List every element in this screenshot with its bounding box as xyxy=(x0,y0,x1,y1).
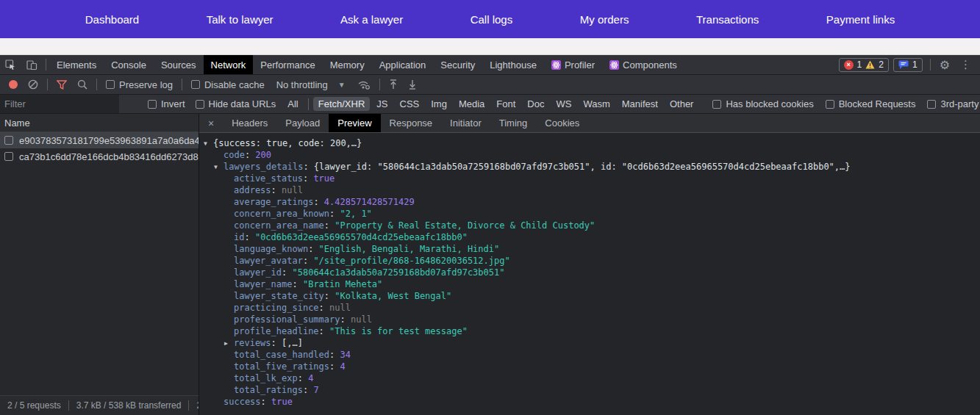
filter-type-fetch-xhr[interactable]: Fetch/XHR xyxy=(313,97,371,111)
throttling-dropdown[interactable]: No throttling ▼ xyxy=(271,79,351,90)
checkbox[interactable] xyxy=(148,100,157,109)
checkbox[interactable] xyxy=(191,80,200,89)
close-icon[interactable]: × xyxy=(199,114,223,132)
detail-tab-cookies[interactable]: Cookies xyxy=(536,114,588,132)
filter-type-img[interactable]: Img xyxy=(426,97,452,111)
request-row[interactable]: ca73b1c6dd78e166dcb4b83416dd6273d8c… xyxy=(0,148,198,165)
nav-item-ask-a-lawyer[interactable]: Ask a lawyer xyxy=(340,13,403,26)
checkbox[interactable] xyxy=(927,100,936,109)
filter-type-wasm[interactable]: Wasm xyxy=(578,97,615,111)
filter-type-manifest[interactable]: Manifest xyxy=(617,97,663,111)
checkbox[interactable] xyxy=(196,100,204,109)
search-icon[interactable] xyxy=(73,79,92,90)
nav-item-my-orders[interactable]: My orders xyxy=(580,13,629,26)
filter-type-media[interactable]: Media xyxy=(454,97,490,111)
tab-profiler[interactable]: Profiler xyxy=(544,55,602,74)
collapse-arrow-icon[interactable]: ▼ xyxy=(204,138,213,150)
json-key: lawyer_avatar xyxy=(234,256,303,266)
checkbox[interactable] xyxy=(712,100,721,109)
filter-type-css[interactable]: CSS xyxy=(395,97,425,111)
preview-line: lawyer_name: "Bratin Meheta" xyxy=(199,278,980,290)
disable-cache-checkbox[interactable]: Disable cache xyxy=(187,79,269,90)
filter-toggle-3rd-party-requests[interactable]: 3rd-party requests xyxy=(923,98,980,109)
tab-console[interactable]: Console xyxy=(104,55,154,74)
request-row[interactable]: e903783573181799e53963891a7a0a6da44… xyxy=(0,132,198,148)
more-options-icon[interactable]: ⋮ xyxy=(956,58,976,71)
request-name: e903783573181799e53963891a7a0a6da44… xyxy=(19,135,198,146)
nav-item-payment-links[interactable]: Payment links xyxy=(826,13,895,26)
filter-toggle-has-blocked-cookies[interactable]: Has blocked cookies xyxy=(709,98,817,109)
device-toolbar-icon[interactable] xyxy=(21,55,43,74)
settings-gear-icon[interactable]: ⚙ xyxy=(934,58,956,72)
detail-tab-initiator[interactable]: Initiator xyxy=(441,114,490,132)
issues-badge[interactable]: 1 xyxy=(893,58,923,72)
tab-lighthouse[interactable]: Lighthouse xyxy=(482,55,544,74)
tab-label: Performance xyxy=(260,59,315,71)
tab-components[interactable]: Components xyxy=(602,55,684,74)
error-icon: × xyxy=(844,60,854,70)
inspect-element-icon[interactable] xyxy=(0,55,21,74)
json-str: "580644c1a3dab50a7259168bd07afd97c3b051" xyxy=(292,267,504,278)
filter-type-doc[interactable]: Doc xyxy=(522,97,549,111)
clear-network-log-icon[interactable] xyxy=(24,79,43,90)
tab-memory[interactable]: Memory xyxy=(323,55,372,74)
checkbox[interactable] xyxy=(826,100,834,109)
request-checkbox[interactable] xyxy=(4,136,13,145)
collapse-arrow-icon[interactable]: ▼ xyxy=(214,162,223,173)
tab-application[interactable]: Application xyxy=(372,55,434,74)
invert-checkbox[interactable]: Invert xyxy=(144,98,189,109)
warning-count: 2 xyxy=(879,59,884,70)
divider xyxy=(308,98,309,110)
detail-tab-headers[interactable]: Headers xyxy=(223,114,276,132)
detail-tab-payload[interactable]: Payload xyxy=(276,114,329,132)
json-key: total_lk_exp xyxy=(234,373,298,383)
preview-line: lawyer_id: "580644c1a3dab50a7259168bd07a… xyxy=(199,267,980,278)
tab-performance[interactable]: Performance xyxy=(253,55,322,74)
json-plain: : xyxy=(313,197,323,207)
record-network-log-button[interactable] xyxy=(9,80,18,89)
export-har-icon[interactable] xyxy=(404,79,421,90)
react-devtools-icon xyxy=(609,60,619,70)
filter-type-js[interactable]: JS xyxy=(371,97,393,111)
error-warning-badge[interactable]: × 1 2 xyxy=(839,58,889,72)
chevron-down-icon: ▼ xyxy=(338,81,346,89)
preserve-log-checkbox[interactable]: Preserve log xyxy=(101,79,177,90)
tab-security[interactable]: Security xyxy=(433,55,482,74)
json-key: lawyer_id xyxy=(234,267,282,278)
filter-input[interactable] xyxy=(0,95,119,113)
preview-line: total_case_handled: 34 xyxy=(199,349,980,361)
name-column-header[interactable]: Name xyxy=(0,114,198,132)
tab-label: Memory xyxy=(330,59,365,71)
toggle-label: Has blocked cookies xyxy=(726,98,813,109)
network-conditions-icon[interactable] xyxy=(353,79,375,90)
filter-type-ws[interactable]: WS xyxy=(551,97,576,111)
tab-network[interactable]: Network xyxy=(204,55,254,74)
tab-sources[interactable]: Sources xyxy=(154,55,204,74)
nav-item-talk-to-lawyer[interactable]: Talk to lawyer xyxy=(207,13,273,26)
filter-type-all[interactable]: All xyxy=(282,97,303,111)
json-key: profile_headline xyxy=(234,326,319,336)
json-plain: : xyxy=(292,279,302,289)
nav-item-transactions[interactable]: Transactions xyxy=(696,13,759,26)
hide-data-urls-checkbox[interactable]: Hide data URLs xyxy=(192,98,280,109)
filter-type-font[interactable]: Font xyxy=(491,97,521,111)
nav-item-dashboard[interactable]: Dashboard xyxy=(85,13,139,26)
nav-item-call-logs[interactable]: Call logs xyxy=(471,13,513,26)
divider xyxy=(379,79,380,90)
page: DashboardTalk to lawyerAsk a lawyerCall … xyxy=(0,0,980,415)
devtools-panel: ElementsConsoleSourcesNetworkPerformance… xyxy=(0,55,980,415)
import-har-icon[interactable] xyxy=(385,79,402,90)
detail-tab-preview[interactable]: Preview xyxy=(329,114,380,132)
request-checkbox[interactable] xyxy=(4,152,13,161)
json-plain: : xyxy=(324,220,335,231)
filter-funnel-icon[interactable] xyxy=(52,80,71,90)
tab-elements[interactable]: Elements xyxy=(49,55,104,74)
detail-tab-timing[interactable]: Timing xyxy=(490,114,537,132)
detail-tab-response[interactable]: Response xyxy=(381,114,442,132)
json-plain: : xyxy=(303,385,313,395)
filter-toggle-blocked-requests[interactable]: Blocked Requests xyxy=(822,98,920,109)
expand-arrow-icon[interactable]: ▶ xyxy=(224,338,234,350)
checkbox[interactable] xyxy=(106,80,115,89)
filter-type-other[interactable]: Other xyxy=(665,97,699,111)
json-key: success xyxy=(223,397,261,407)
